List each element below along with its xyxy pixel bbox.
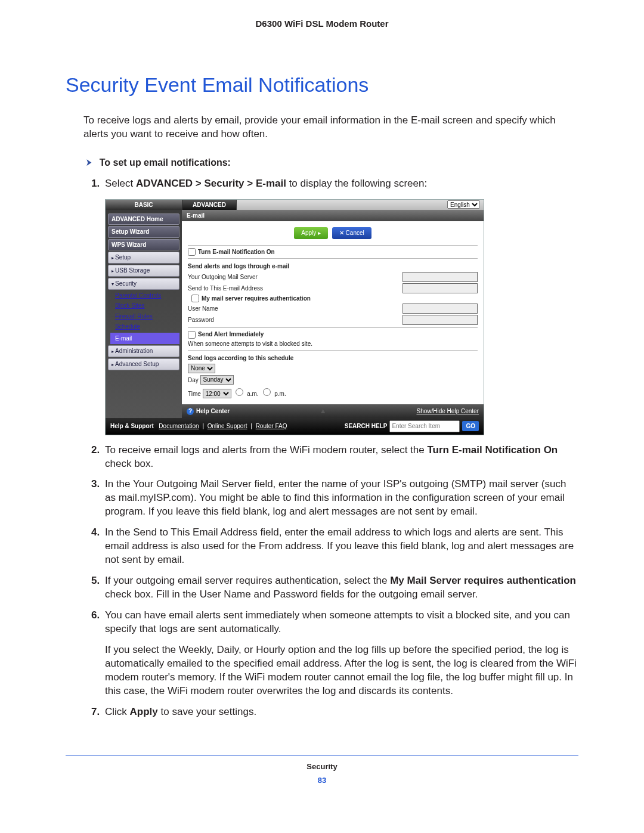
step-1: Select ADVANCED > Security > E-mail to d… <box>103 177 578 435</box>
send-to-input[interactable] <box>402 283 478 293</box>
step-2: To receive email logs and alerts from th… <box>103 444 578 471</box>
sidebar-wps-wizard[interactable]: WPS Wizard <box>108 239 179 251</box>
pm-radio[interactable] <box>263 388 271 396</box>
apply-button[interactable]: Apply ▸ <box>294 227 328 239</box>
sidebar-email[interactable]: E-mail <box>110 333 179 345</box>
sidebar-schedule[interactable]: Schedule <box>113 322 179 332</box>
turn-email-on-label: Turn E-mail Notification On <box>198 248 275 256</box>
auth-label: My mail server requires authentication <box>202 295 311 303</box>
day-select[interactable]: Sunday <box>200 375 234 385</box>
alert-immediate-label: Send Alert Immediately <box>198 330 264 339</box>
help-center-bar: ?Help Center ▲ Show/Hide Help Center <box>182 404 484 417</box>
chevron-down-icon: ▾ <box>112 281 114 287</box>
sidebar-administration[interactable]: ▸Administration <box>108 345 179 357</box>
show-hide-help-link[interactable]: Show/Hide Help Center <box>416 407 479 416</box>
password-input[interactable] <box>402 315 478 325</box>
panel-title: E-mail <box>182 210 484 222</box>
chevron-right-icon: ▸ <box>112 362 114 367</box>
panel-body: Apply ▸ ✕ Cancel Turn E-mail Notificatio… <box>182 221 484 404</box>
intro-paragraph: To receive logs and alerts by email, pro… <box>83 114 578 141</box>
steps-list: Select ADVANCED > Security > E-mail to d… <box>82 177 578 636</box>
username-label: User Name <box>188 305 343 313</box>
language-select[interactable]: English <box>447 200 480 209</box>
router-faq-link[interactable]: Router FAQ <box>256 423 287 429</box>
footer-page-number: 83 <box>66 775 578 786</box>
sidebar-parental-controls[interactable]: Parental Controls <box>113 291 179 301</box>
support-bar: Help & Support Documentation | Online Su… <box>106 418 484 435</box>
username-input[interactable] <box>402 304 478 314</box>
help-icon: ? <box>187 408 194 415</box>
outgoing-server-label: Your Outgoing Mail Server <box>188 273 343 281</box>
router-screenshot: BASIC ADVANCED English ADVANCED Home Set… <box>105 199 578 435</box>
after-step-6: If you select the Weekly, Daily, or Hour… <box>105 643 578 698</box>
help-support-label: Help & Support <box>110 423 154 429</box>
auth-checkbox[interactable] <box>191 295 199 302</box>
step-5: If your outgoing email server requires a… <box>103 574 578 602</box>
alert-immediate-checkbox[interactable] <box>188 331 196 339</box>
task-heading: ➤ To set up email notifications: <box>85 156 578 170</box>
chevron-right-icon: ▸ <box>112 268 114 274</box>
time-select[interactable]: 12:00 <box>203 389 231 398</box>
am-radio[interactable] <box>236 388 243 396</box>
turn-email-on-checkbox[interactable] <box>188 248 196 256</box>
search-help-input[interactable] <box>389 420 460 432</box>
chevron-right-icon: ▸ <box>112 349 114 354</box>
document-page: D6300 WiFi DSL Modem Router Security Eve… <box>0 0 644 810</box>
step-7: Click Apply to save your settings. <box>103 705 578 719</box>
online-support-link[interactable]: Online Support <box>208 423 247 429</box>
time-label: Time <box>188 391 201 397</box>
password-label: Password <box>188 316 343 324</box>
section-schedule: Send logs according to this schedule <box>188 354 478 363</box>
tab-row: BASIC ADVANCED English <box>106 200 484 210</box>
running-header: D6300 WiFi DSL Modem Router <box>66 18 578 30</box>
footer-section: Security <box>66 761 578 772</box>
step-4: In the Send to This Email Address field,… <box>103 526 578 567</box>
sidebar-setup-wizard[interactable]: Setup Wizard <box>108 226 179 238</box>
sidebar-block-sites[interactable]: Block Sites <box>113 301 179 311</box>
page-title: Security Event Email Notifications <box>66 72 578 99</box>
documentation-link[interactable]: Documentation <box>159 423 199 429</box>
section-send-alerts: Send alerts and logs through e-mail <box>188 262 478 271</box>
sidebar-setup[interactable]: ▸Setup <box>108 252 179 264</box>
task-heading-text: To set up email notifications: <box>100 157 231 168</box>
day-label: Day <box>188 376 199 383</box>
sidebar-firewall-rules[interactable]: Firewall Rules <box>113 312 179 321</box>
schedule-select[interactable]: None <box>188 364 215 373</box>
sidebar-security[interactable]: ▾Security <box>108 278 179 290</box>
chevron-right-icon: ▸ <box>112 255 114 261</box>
step-6: You can have email alerts sent immediate… <box>103 609 578 636</box>
chevron-up-icon[interactable]: ▲ <box>320 406 327 416</box>
cancel-button[interactable]: ✕ Cancel <box>332 227 371 239</box>
step-3: In the Your Outgoing Mail Server field, … <box>103 478 578 519</box>
language-area: English <box>237 200 484 210</box>
tab-advanced[interactable]: ADVANCED <box>182 200 237 210</box>
sidebar-advanced-home[interactable]: ADVANCED Home <box>108 213 179 225</box>
alert-immediate-desc: When someone attempts to visit a blocked… <box>188 340 478 348</box>
page-footer: Security 83 <box>66 755 578 786</box>
sidebar: ADVANCED Home Setup Wizard WPS Wizard ▸S… <box>106 210 182 418</box>
go-button[interactable]: GO <box>462 421 479 432</box>
task-arrow-icon: ➤ <box>86 156 92 170</box>
outgoing-server-input[interactable] <box>402 272 478 282</box>
help-center-label: Help Center <box>196 408 230 414</box>
sidebar-advanced-setup[interactable]: ▸Advanced Setup <box>108 358 179 370</box>
tab-basic[interactable]: BASIC <box>106 200 182 210</box>
send-to-label: Send to This E-mail Address <box>188 284 343 293</box>
sidebar-usb-storage[interactable]: ▸USB Storage <box>108 265 179 277</box>
search-help-label: SEARCH HELP <box>345 422 388 431</box>
